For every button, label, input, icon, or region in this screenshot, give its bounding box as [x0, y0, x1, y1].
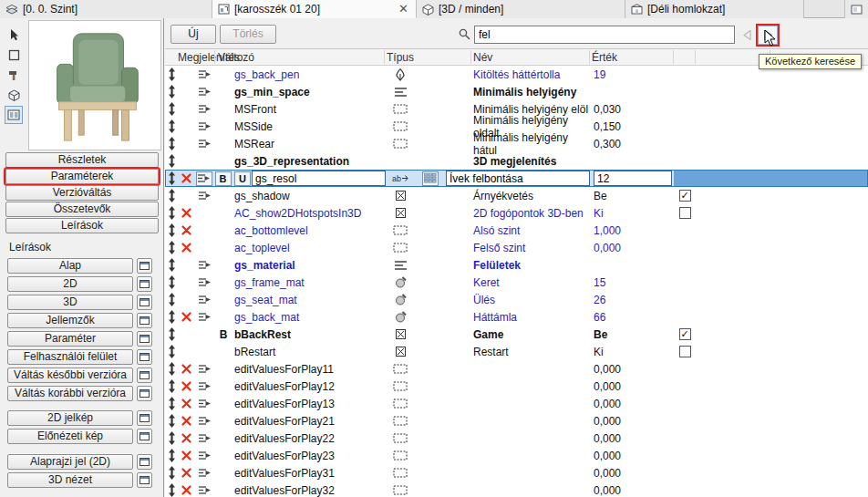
display-toggle-cell[interactable]	[194, 481, 214, 497]
delete-flag-cell[interactable]	[178, 204, 194, 222]
param-row[interactable]: editValuesForPlay110,000	[165, 360, 868, 378]
array-cell[interactable]	[415, 412, 446, 430]
value-cell[interactable]: Ki	[592, 343, 674, 360]
type-cell[interactable]	[386, 135, 415, 152]
frame-tool-button[interactable]	[5, 46, 23, 64]
value-cell[interactable]: 0,000	[592, 447, 674, 464]
find-next-button[interactable]	[758, 26, 778, 45]
delete-flag-cell[interactable]	[178, 326, 194, 343]
variable-cell[interactable]: editValuesForPlay22	[232, 430, 386, 447]
delete-flag-cell[interactable]	[178, 291, 194, 308]
open-window-button[interactable]	[137, 295, 152, 310]
row-drag-handle[interactable]	[165, 412, 178, 430]
tab-5[interactable]	[844, 0, 868, 18]
type-cell[interactable]	[386, 412, 415, 430]
value-cell[interactable]: 0,000	[592, 395, 674, 412]
array-cell[interactable]	[415, 395, 446, 412]
value-cell[interactable]: 0,000	[592, 464, 674, 481]
row-drag-handle[interactable]	[165, 239, 178, 256]
array-cell[interactable]	[415, 135, 446, 152]
type-cell[interactable]	[386, 447, 415, 464]
open-window-button[interactable]	[137, 313, 152, 328]
value-cell[interactable]: Be	[592, 187, 674, 204]
param-row[interactable]: editValuesForPlay120,000	[165, 378, 868, 395]
row-drag-handle[interactable]	[165, 66, 178, 83]
value-cell[interactable]: 0,000	[592, 360, 674, 378]
row-drag-handle[interactable]	[165, 170, 178, 187]
name-cell[interactable]: Felső szint	[446, 239, 592, 256]
row-drag-handle[interactable]	[165, 152, 178, 170]
delete-flag-cell[interactable]	[178, 100, 194, 118]
array-cell[interactable]	[415, 170, 446, 187]
display-toggle-cell[interactable]	[194, 360, 214, 378]
display-toggle-cell[interactable]	[194, 308, 214, 326]
value-cell[interactable]	[592, 152, 674, 170]
delete-flag-cell[interactable]	[178, 66, 194, 83]
row-drag-handle[interactable]	[165, 360, 178, 378]
type-cell[interactable]	[386, 239, 415, 256]
type-cell[interactable]	[386, 204, 415, 222]
param-row[interactable]: ac_toplevelFelső szint0,000	[165, 239, 868, 256]
row-drag-handle[interactable]	[165, 430, 178, 447]
value-cell[interactable]: Be	[592, 326, 674, 343]
display-toggle-cell[interactable]	[194, 274, 214, 291]
row-drag-handle[interactable]	[165, 204, 178, 222]
value-checkbox[interactable]	[679, 346, 691, 357]
close-tab-icon[interactable]: ✕	[397, 3, 410, 15]
display-toggle-cell[interactable]	[194, 118, 214, 135]
param-row[interactable]: editValuesForPlay230,000	[165, 447, 868, 464]
display-toggle-cell[interactable]	[194, 464, 214, 481]
row-drag-handle[interactable]	[165, 118, 178, 135]
type-cell[interactable]	[386, 83, 415, 100]
value-cell[interactable]: 0,300	[592, 135, 674, 152]
bold-button[interactable]: B	[215, 171, 232, 186]
sidebar-button-paraméterek[interactable]: Paraméterek	[5, 169, 159, 184]
name-cell[interactable]: Árnyékvetés	[446, 187, 592, 204]
open-window-button[interactable]	[137, 454, 152, 470]
open-window-button[interactable]	[137, 368, 152, 383]
name-cell[interactable]: Minimális helyigény	[446, 83, 592, 100]
param-row[interactable]: editValuesForPlay220,000	[165, 430, 868, 447]
sidebar-button-param-ter[interactable]: Paraméter	[7, 331, 133, 347]
name-cell[interactable]: Keret	[446, 274, 592, 291]
sidebar-button-v-lt-s-k-s-bbi-verzi-ra[interactable]: Váltás későbbi verzióra	[7, 368, 133, 383]
value-checkbox[interactable]: ✓	[679, 328, 691, 340]
row-drag-handle[interactable]	[165, 378, 178, 395]
param-row[interactable]: editValuesForPlay310,000	[165, 464, 868, 481]
variable-cell[interactable]: ac_bottomlevel	[232, 222, 386, 239]
type-cell[interactable]	[386, 118, 415, 135]
variable-cell[interactable]: bBackRest	[232, 326, 386, 343]
new-parameter-button[interactable]: Új	[170, 25, 216, 44]
sidebar-button-v-lt-s-kor-bbi-verzi-ra[interactable]: Váltás korábbi verzióra	[7, 386, 133, 401]
delete-flag-cell[interactable]	[178, 239, 194, 256]
array-cell[interactable]	[415, 204, 446, 222]
open-window-button[interactable]	[137, 276, 152, 292]
name-cell[interactable]	[446, 412, 592, 430]
name-cell[interactable]: Minimális helyigény hátul	[446, 135, 592, 152]
delete-flag-cell[interactable]	[178, 256, 194, 274]
type-cell[interactable]	[386, 481, 415, 497]
variable-cell[interactable]: gs_back_mat	[232, 308, 386, 326]
type-cell[interactable]	[386, 360, 415, 378]
type-cell[interactable]	[386, 187, 415, 204]
delete-flag-cell[interactable]	[178, 187, 194, 204]
search-input[interactable]	[474, 26, 735, 44]
variable-cell[interactable]: gs_back_pen	[232, 66, 386, 83]
array-cell[interactable]	[415, 378, 446, 395]
row-drag-handle[interactable]	[165, 187, 178, 204]
type-cell[interactable]	[386, 308, 415, 326]
name-cell[interactable]	[446, 464, 592, 481]
array-values-button[interactable]	[422, 171, 439, 186]
find-previous-button[interactable]	[739, 26, 754, 45]
type-cell[interactable]: ab	[386, 170, 415, 187]
variable-cell[interactable]: gs_shadow	[232, 187, 386, 204]
param-row[interactable]: gs_frame_matKeret15	[165, 274, 868, 291]
array-cell[interactable]	[415, 343, 446, 360]
variable-cell[interactable]: MSFront	[232, 100, 386, 118]
array-cell[interactable]	[415, 256, 446, 274]
cube-tool-button[interactable]	[5, 86, 23, 104]
delete-flag-cell[interactable]	[178, 360, 194, 378]
display-toggle-cell[interactable]	[194, 256, 214, 274]
display-toggle-cell[interactable]	[194, 187, 214, 204]
array-cell[interactable]	[415, 274, 446, 291]
